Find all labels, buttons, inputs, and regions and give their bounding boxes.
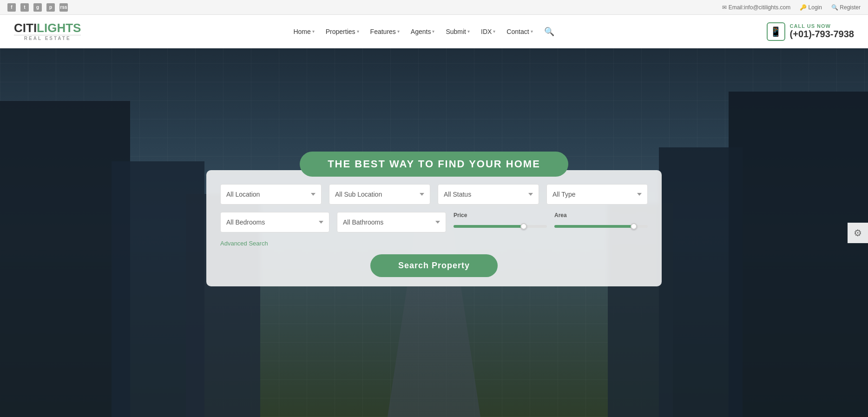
building-left-1 — [0, 101, 130, 417]
search-box: All Location New York Los Angeles All Su… — [206, 170, 662, 286]
chevron-icon: ▾ — [357, 29, 359, 34]
chevron-icon: ▾ — [312, 29, 315, 34]
chevron-icon: ▾ — [467, 29, 470, 34]
area-slider-thumb[interactable] — [631, 223, 637, 230]
type-select[interactable]: All Type Apartment House — [546, 184, 648, 205]
price-label: Price — [454, 212, 547, 218]
pinterest-icon[interactable]: p — [46, 3, 55, 12]
hero-section: ⚙ THE BEST WAY TO FIND YOUR HOME All Loc… — [0, 48, 868, 417]
logo-citi: CITI — [14, 21, 37, 35]
search-footer: Advanced Search — [220, 240, 648, 247]
nav-contact[interactable]: Contact ▾ — [506, 28, 533, 35]
phone-section: 📱 CALL US NOW (+01)-793-7938 — [767, 22, 854, 41]
chevron-icon: ▾ — [531, 29, 533, 34]
rss-icon[interactable]: rss — [59, 3, 68, 12]
search-container: THE BEST WAY TO FIND YOUR HOME All Locat… — [206, 152, 662, 286]
building-right-1 — [729, 92, 868, 417]
nav-home[interactable]: Home ▾ — [293, 28, 314, 35]
bedrooms-select[interactable]: All Bedrooms 1 2 3 — [220, 212, 329, 232]
register-link[interactable]: 🔍 Register — [831, 4, 861, 11]
logo-lights: LIGHTS — [37, 21, 81, 35]
location-select[interactable]: All Location New York Los Angeles — [220, 184, 322, 205]
logo[interactable]: CITILIGHTS REAL ESTATE — [14, 22, 81, 41]
price-slider-fill — [454, 225, 524, 228]
top-bar-right: ✉ Email:info@citilights.com 🔑 Login 🔍 Re… — [722, 4, 861, 11]
nav-agents[interactable]: Agents ▾ — [411, 28, 435, 35]
chevron-icon: ▾ — [493, 29, 495, 34]
email-link[interactable]: ✉ Email:info@citilights.com — [722, 4, 790, 11]
social-icons: f t g p rss — [7, 3, 68, 12]
advanced-search-link[interactable]: Advanced Search — [220, 240, 268, 247]
area-slider-track[interactable] — [554, 225, 648, 228]
login-link[interactable]: 🔑 Login — [800, 4, 822, 11]
price-slider-group: Price — [454, 212, 547, 232]
price-area-section: Price Area — [454, 212, 648, 232]
logo-sub: REAL ESTATE — [14, 35, 81, 41]
price-slider-track[interactable] — [454, 225, 547, 228]
header-search-icon[interactable]: 🔍 — [544, 26, 554, 37]
search-property-button[interactable]: Search Property — [370, 254, 498, 277]
status-select[interactable]: All Status For Sale For Rent — [438, 184, 539, 205]
nav-features[interactable]: Features ▾ — [370, 28, 400, 35]
search-row-2: All Bedrooms 1 2 3 All Bathrooms 1 2 3 P… — [220, 212, 648, 232]
area-slider-group: Area — [554, 212, 648, 232]
search-row-1: All Location New York Los Angeles All Su… — [220, 184, 648, 205]
chevron-icon: ▾ — [432, 29, 434, 34]
facebook-icon[interactable]: f — [7, 3, 16, 12]
phone-number: (+01)-793-7938 — [790, 29, 854, 40]
nav-idx[interactable]: IDX ▾ — [481, 28, 495, 35]
area-label: Area — [554, 212, 648, 218]
twitter-icon[interactable]: t — [20, 3, 29, 12]
phone-icon: 📱 — [767, 22, 785, 41]
hero-title: THE BEST WAY TO FIND YOUR HOME — [300, 152, 568, 177]
settings-icon: ⚙ — [854, 227, 862, 238]
price-slider-thumb[interactable] — [520, 223, 527, 230]
sub-location-select[interactable]: All Sub Location Manhattan Brooklyn — [329, 184, 430, 205]
area-slider-fill — [554, 225, 634, 228]
main-nav: Home ▾ Properties ▾ Features ▾ Agents ▾ … — [293, 26, 554, 37]
nav-properties[interactable]: Properties ▾ — [326, 28, 359, 35]
nav-submit[interactable]: Submit ▾ — [446, 28, 470, 35]
main-header: CITILIGHTS REAL ESTATE Home ▾ Properties… — [0, 15, 868, 48]
bathrooms-select[interactable]: All Bathrooms 1 2 3 — [337, 212, 446, 232]
google-plus-icon[interactable]: g — [33, 3, 42, 12]
settings-widget[interactable]: ⚙ — [848, 223, 868, 243]
chevron-icon: ▾ — [397, 29, 400, 34]
phone-text: CALL US NOW (+01)-793-7938 — [790, 23, 854, 40]
top-bar: f t g p rss ✉ Email:info@citilights.com … — [0, 0, 868, 15]
call-label: CALL US NOW — [790, 23, 854, 29]
